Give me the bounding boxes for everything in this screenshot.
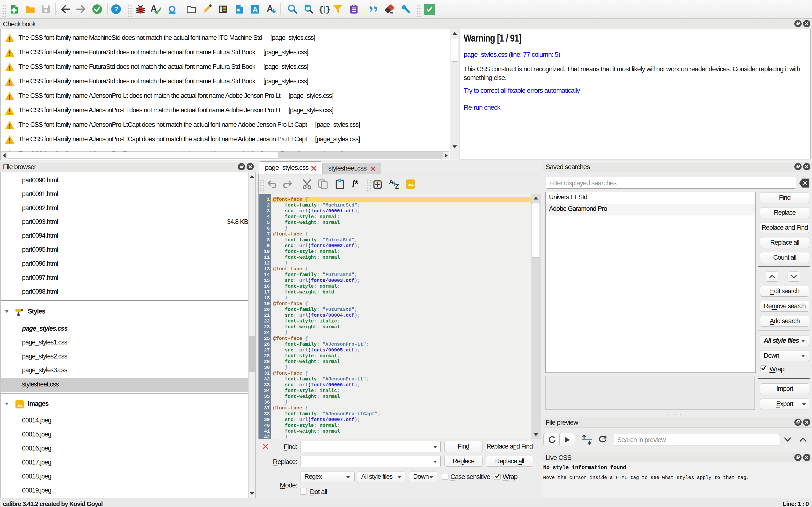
svg-text:A: A [253, 5, 258, 13]
svg-text:{: { [319, 5, 323, 14]
svg-text:?: ? [114, 5, 118, 13]
svg-text:}: } [325, 5, 330, 14]
svg-text:A: A [267, 4, 273, 13]
